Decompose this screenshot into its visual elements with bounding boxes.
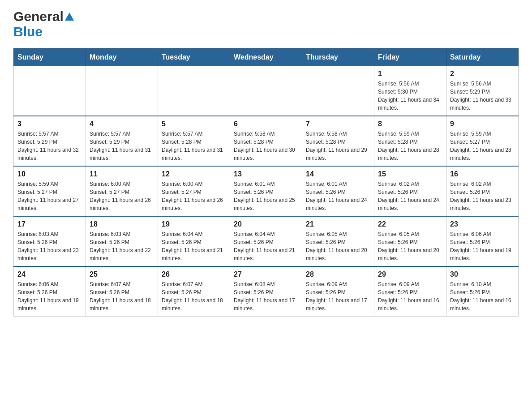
logo: General Blue	[13, 9, 74, 39]
calendar-table: SundayMondayTuesdayWednesdayThursdayFrid…	[13, 48, 519, 317]
day-number: 19	[162, 220, 226, 228]
logo-general-text: General	[13, 9, 64, 24]
calendar-week-row: 24Sunrise: 6:06 AMSunset: 5:26 PMDayligh…	[14, 266, 519, 317]
calendar-day-cell: 9Sunrise: 5:59 AMSunset: 5:27 PMDaylight…	[446, 116, 519, 166]
day-number: 20	[234, 220, 298, 228]
day-info: Sunrise: 5:57 AMSunset: 5:29 PMDaylight:…	[90, 130, 154, 162]
day-info: Sunrise: 6:06 AMSunset: 5:26 PMDaylight:…	[450, 230, 515, 262]
day-info: Sunrise: 5:59 AMSunset: 5:28 PMDaylight:…	[378, 130, 442, 162]
logo-blue-text: Blue	[13, 24, 43, 39]
day-number: 8	[378, 120, 442, 128]
day-number: 23	[450, 220, 515, 228]
day-info: Sunrise: 5:56 AMSunset: 5:29 PMDaylight:…	[450, 80, 515, 112]
day-number: 22	[378, 220, 442, 228]
calendar-day-cell: 22Sunrise: 6:05 AMSunset: 5:26 PMDayligh…	[374, 216, 446, 266]
day-info: Sunrise: 5:59 AMSunset: 5:27 PMDaylight:…	[17, 180, 82, 212]
calendar-day-cell: 25Sunrise: 6:07 AMSunset: 5:26 PMDayligh…	[86, 266, 158, 317]
calendar-header-row: SundayMondayTuesdayWednesdayThursdayFrid…	[14, 49, 519, 66]
day-number: 13	[234, 170, 298, 178]
calendar-week-row: 10Sunrise: 5:59 AMSunset: 5:27 PMDayligh…	[14, 166, 519, 216]
day-info: Sunrise: 6:04 AMSunset: 5:26 PMDaylight:…	[234, 230, 298, 262]
calendar-day-cell: 26Sunrise: 6:07 AMSunset: 5:26 PMDayligh…	[158, 266, 230, 317]
calendar-week-row: 17Sunrise: 6:03 AMSunset: 5:26 PMDayligh…	[14, 216, 519, 266]
day-number: 15	[378, 170, 442, 178]
calendar-day-cell: 24Sunrise: 6:06 AMSunset: 5:26 PMDayligh…	[14, 266, 86, 317]
day-info: Sunrise: 6:05 AMSunset: 5:26 PMDaylight:…	[306, 230, 370, 262]
calendar-day-cell: 10Sunrise: 5:59 AMSunset: 5:27 PMDayligh…	[14, 166, 86, 216]
calendar-day-cell: 30Sunrise: 6:10 AMSunset: 5:26 PMDayligh…	[446, 266, 519, 317]
calendar-day-cell: 28Sunrise: 6:09 AMSunset: 5:26 PMDayligh…	[302, 266, 374, 317]
day-header-wednesday: Wednesday	[230, 49, 302, 66]
day-info: Sunrise: 5:57 AMSunset: 5:28 PMDaylight:…	[162, 130, 226, 162]
day-info: Sunrise: 6:01 AMSunset: 5:26 PMDaylight:…	[306, 180, 370, 212]
calendar-day-cell	[302, 66, 374, 116]
day-number: 1	[378, 70, 442, 78]
day-number: 26	[162, 270, 226, 278]
day-info: Sunrise: 6:04 AMSunset: 5:26 PMDaylight:…	[162, 230, 226, 262]
day-number: 18	[90, 220, 154, 228]
day-number: 9	[450, 120, 515, 128]
day-info: Sunrise: 5:57 AMSunset: 5:29 PMDaylight:…	[17, 130, 82, 162]
day-header-thursday: Thursday	[302, 49, 374, 66]
day-number: 24	[17, 270, 82, 278]
day-info: Sunrise: 6:07 AMSunset: 5:26 PMDaylight:…	[162, 280, 226, 313]
calendar-day-cell: 6Sunrise: 5:58 AMSunset: 5:28 PMDaylight…	[230, 116, 302, 166]
day-number: 27	[234, 270, 298, 278]
day-info: Sunrise: 6:02 AMSunset: 5:26 PMDaylight:…	[450, 180, 515, 212]
day-info: Sunrise: 6:09 AMSunset: 5:26 PMDaylight:…	[306, 280, 370, 313]
calendar-day-cell: 7Sunrise: 5:58 AMSunset: 5:28 PMDaylight…	[302, 116, 374, 166]
day-number: 11	[90, 170, 154, 178]
calendar-day-cell: 4Sunrise: 5:57 AMSunset: 5:29 PMDaylight…	[86, 116, 158, 166]
day-info: Sunrise: 6:00 AMSunset: 5:27 PMDaylight:…	[90, 180, 154, 212]
day-number: 21	[306, 220, 370, 228]
calendar-day-cell: 21Sunrise: 6:05 AMSunset: 5:26 PMDayligh…	[302, 216, 374, 266]
calendar-day-cell: 18Sunrise: 6:03 AMSunset: 5:26 PMDayligh…	[86, 216, 158, 266]
calendar-week-row: 3Sunrise: 5:57 AMSunset: 5:29 PMDaylight…	[14, 116, 519, 166]
day-info: Sunrise: 5:58 AMSunset: 5:28 PMDaylight:…	[234, 130, 298, 162]
day-info: Sunrise: 6:08 AMSunset: 5:26 PMDaylight:…	[234, 280, 298, 313]
calendar-day-cell: 16Sunrise: 6:02 AMSunset: 5:26 PMDayligh…	[446, 166, 519, 216]
calendar-day-cell: 29Sunrise: 6:09 AMSunset: 5:26 PMDayligh…	[374, 266, 446, 317]
day-number: 5	[162, 120, 226, 128]
calendar-day-cell: 12Sunrise: 6:00 AMSunset: 5:27 PMDayligh…	[158, 166, 230, 216]
day-number: 12	[162, 170, 226, 178]
day-info: Sunrise: 6:01 AMSunset: 5:26 PMDaylight:…	[234, 180, 298, 212]
day-header-monday: Monday	[86, 49, 158, 66]
day-info: Sunrise: 6:03 AMSunset: 5:26 PMDaylight:…	[90, 230, 154, 262]
day-number: 14	[306, 170, 370, 178]
calendar-week-row: 1Sunrise: 5:56 AMSunset: 5:30 PMDaylight…	[14, 66, 519, 116]
calendar-day-cell: 15Sunrise: 6:02 AMSunset: 5:26 PMDayligh…	[374, 166, 446, 216]
page-header: General Blue	[13, 9, 519, 39]
day-number: 10	[17, 170, 82, 178]
calendar-day-cell: 27Sunrise: 6:08 AMSunset: 5:26 PMDayligh…	[230, 266, 302, 317]
day-number: 29	[378, 270, 442, 278]
day-info: Sunrise: 5:58 AMSunset: 5:28 PMDaylight:…	[306, 130, 370, 162]
calendar-day-cell	[14, 66, 86, 116]
svg-marker-0	[65, 13, 74, 21]
day-info: Sunrise: 6:10 AMSunset: 5:26 PMDaylight:…	[450, 280, 515, 313]
calendar-day-cell: 11Sunrise: 6:00 AMSunset: 5:27 PMDayligh…	[86, 166, 158, 216]
day-number: 7	[306, 120, 370, 128]
day-header-tuesday: Tuesday	[158, 49, 230, 66]
day-info: Sunrise: 6:06 AMSunset: 5:26 PMDaylight:…	[17, 280, 82, 313]
day-info: Sunrise: 5:56 AMSunset: 5:30 PMDaylight:…	[378, 80, 442, 112]
day-info: Sunrise: 5:59 AMSunset: 5:27 PMDaylight:…	[450, 130, 515, 162]
day-info: Sunrise: 6:03 AMSunset: 5:26 PMDaylight:…	[17, 230, 82, 262]
calendar-day-cell: 8Sunrise: 5:59 AMSunset: 5:28 PMDaylight…	[374, 116, 446, 166]
calendar-day-cell	[86, 66, 158, 116]
logo-triangle-icon	[65, 13, 74, 22]
day-number: 16	[450, 170, 515, 178]
calendar-day-cell: 20Sunrise: 6:04 AMSunset: 5:26 PMDayligh…	[230, 216, 302, 266]
day-info: Sunrise: 6:07 AMSunset: 5:26 PMDaylight:…	[90, 280, 154, 313]
calendar-day-cell: 23Sunrise: 6:06 AMSunset: 5:26 PMDayligh…	[446, 216, 519, 266]
calendar-day-cell: 3Sunrise: 5:57 AMSunset: 5:29 PMDaylight…	[14, 116, 86, 166]
day-number: 4	[90, 120, 154, 128]
day-info: Sunrise: 6:09 AMSunset: 5:26 PMDaylight:…	[378, 280, 442, 313]
calendar-day-cell	[158, 66, 230, 116]
day-number: 28	[306, 270, 370, 278]
calendar-day-cell	[230, 66, 302, 116]
calendar-day-cell: 5Sunrise: 5:57 AMSunset: 5:28 PMDaylight…	[158, 116, 230, 166]
day-number: 17	[17, 220, 82, 228]
day-info: Sunrise: 6:02 AMSunset: 5:26 PMDaylight:…	[378, 180, 442, 212]
day-number: 30	[450, 270, 515, 278]
